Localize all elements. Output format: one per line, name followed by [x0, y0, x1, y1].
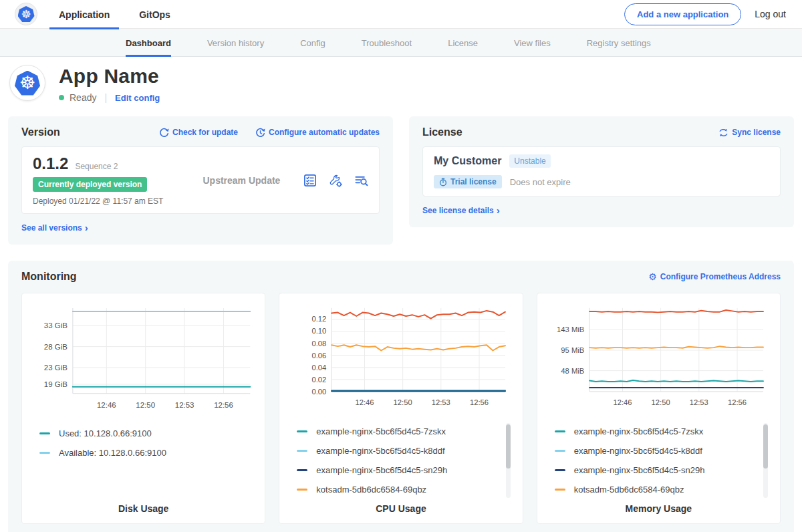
- upstream-update-label: Upstream Update: [180, 175, 303, 186]
- svg-text:48 MiB: 48 MiB: [561, 366, 584, 374]
- app-sub-nav: DashboardVersion historyConfigTroublesho…: [0, 29, 802, 57]
- preflight-checks-icon[interactable]: [303, 173, 317, 188]
- svg-text:12:53: 12:53: [175, 400, 194, 408]
- legend-label: example-nginx-5bc6f5d4c5-k8ddf: [574, 446, 702, 456]
- legend-dash-icon: [297, 430, 307, 432]
- svg-text:12:53: 12:53: [689, 398, 708, 406]
- chevron-right-icon: ›: [85, 223, 88, 233]
- svg-text:0.04: 0.04: [312, 363, 327, 371]
- svg-text:28 GiB: 28 GiB: [44, 342, 68, 350]
- memory-usage-chart: 12:4612:5012:5312:5648 MiB95 MiB143 MiB: [547, 303, 771, 416]
- subnav-tab-config[interactable]: Config: [300, 29, 325, 57]
- sync-license-button[interactable]: Sync license: [718, 128, 781, 137]
- subnav-tab-license[interactable]: License: [448, 29, 478, 57]
- license-card-title: License: [422, 126, 462, 138]
- subnav-tab-dashboard[interactable]: Dashboard: [126, 29, 171, 57]
- svg-text:12:50: 12:50: [651, 398, 670, 406]
- configure-automatic-updates-label: Configure automatic updates: [269, 128, 380, 137]
- subnav-tab-view-files[interactable]: View files: [514, 29, 551, 57]
- legend-item: example-nginx-5bc6f5d4c5-k8ddf: [297, 441, 499, 460]
- legend-item: example-nginx-5bc6f5d4c5-k8ddf: [555, 441, 757, 460]
- page-title: App Name: [59, 65, 160, 88]
- svg-text:12:56: 12:56: [728, 398, 747, 406]
- config-wrench-icon[interactable]: [328, 173, 343, 188]
- chart-title: Memory Usage: [547, 499, 771, 515]
- view-logs-icon[interactable]: [354, 173, 368, 188]
- svg-text:0.02: 0.02: [312, 375, 327, 383]
- svg-text:12:50: 12:50: [136, 400, 155, 408]
- add-application-button[interactable]: Add a new application: [624, 3, 741, 25]
- app-header: ☸ App Name Ready | Edit config: [0, 57, 802, 112]
- legend-dash-icon: [39, 452, 50, 454]
- disk-usage-legend: Used: 10.128.0.66:9100Available: 10.128.…: [31, 424, 255, 462]
- svg-text:0.06: 0.06: [312, 351, 327, 359]
- refresh-icon: [159, 128, 169, 138]
- svg-text:33 GiB: 33 GiB: [44, 321, 68, 329]
- legend-item: Used: 10.128.0.66:9100: [39, 424, 242, 443]
- legend-item: example-nginx-5bc6f5d4c5-sn29h: [297, 460, 499, 480]
- sync-license-label: Sync license: [732, 128, 781, 137]
- legend-label: Used: 10.128.0.66:9100: [59, 428, 152, 438]
- logout-link[interactable]: Log out: [755, 9, 786, 19]
- trial-license-label: Trial license: [450, 177, 497, 186]
- subnav-tab-registry-settings[interactable]: Registry settings: [587, 29, 651, 57]
- check-for-update-label: Check for update: [172, 128, 238, 137]
- version-number: 0.1.2: [33, 154, 68, 173]
- legend-label: example-nginx-5bc6f5d4c5-sn29h: [316, 465, 447, 475]
- memory-usage-legend: example-nginx-5bc6f5d4c5-7zskxexample-ng…: [547, 422, 771, 499]
- configure-automatic-updates-button[interactable]: Configure automatic updates: [255, 128, 380, 138]
- svg-text:12:56: 12:56: [470, 398, 489, 406]
- legend-item: example-nginx-5bc6f5d4c5-sn29h: [555, 460, 757, 480]
- legend-item: kotsadm-5db6dc6584-69qbz: [555, 480, 757, 499]
- legend-item: example-nginx-5bc6f5d4c5-7zskx: [297, 422, 499, 441]
- current-version-box: 0.1.2 Sequence 2 Currently deployed vers…: [21, 146, 380, 214]
- topnav-tab-gitops[interactable]: GitOps: [139, 0, 170, 29]
- legend-dash-icon: [555, 489, 565, 491]
- configure-prometheus-button[interactable]: ⚙ Configure Prometheus Address: [648, 272, 781, 281]
- kubernetes-logo[interactable]: ☸: [15, 3, 37, 25]
- legend-label: kotsadm-5db6dc6584-69qbz: [316, 485, 426, 495]
- svg-text:0.00: 0.00: [312, 387, 327, 395]
- license-details-box: My Customer Unstable Trial license Does …: [422, 146, 781, 196]
- configure-prometheus-label: Configure Prometheus Address: [660, 272, 781, 281]
- legend-dash-icon: [297, 450, 307, 452]
- legend-scrollbar[interactable]: [763, 423, 768, 498]
- svg-text:143 MiB: 143 MiB: [557, 325, 584, 333]
- legend-label: example-nginx-5bc6f5d4c5-sn29h: [574, 465, 705, 475]
- svg-text:12:46: 12:46: [97, 400, 116, 408]
- chart-title: Disk Usage: [31, 499, 255, 515]
- version-card-title: Version: [21, 126, 60, 138]
- legend-scrollbar[interactable]: [506, 423, 511, 498]
- legend-label: example-nginx-5bc6f5d4c5-7zskx: [316, 426, 446, 436]
- legend-scrollbar-thumb[interactable]: [506, 424, 511, 469]
- legend-scrollbar-thumb[interactable]: [763, 424, 768, 469]
- divider: |: [102, 92, 110, 103]
- chevron-right-icon: ›: [497, 205, 500, 215]
- check-for-update-button[interactable]: Check for update: [159, 128, 238, 138]
- cpu-usage-chart-card: 12:4612:5012:5312:560.000.020.040.060.08…: [279, 293, 523, 524]
- app-icon: ☸: [9, 65, 45, 101]
- see-license-details-label: See license details: [422, 206, 494, 215]
- svg-text:12:56: 12:56: [214, 400, 233, 408]
- see-license-details-link[interactable]: See license details ›: [422, 205, 500, 215]
- trial-license-badge: Trial license: [434, 175, 502, 188]
- svg-text:23 GiB: 23 GiB: [44, 363, 68, 371]
- license-card: License Sync license My Customer Unstabl…: [409, 116, 794, 227]
- sequence-label: Sequence 2: [75, 162, 118, 171]
- legend-label: example-nginx-5bc6f5d4c5-k8ddf: [316, 446, 444, 456]
- subnav-tab-version-history[interactable]: Version history: [207, 29, 264, 57]
- legend-item: kotsadm-5db6dc6584-69qbz: [297, 480, 499, 499]
- edit-config-link[interactable]: Edit config: [115, 93, 160, 103]
- subnav-tab-troubleshoot[interactable]: Troubleshoot: [362, 29, 412, 57]
- memory-usage-chart-card: 12:4612:5012:5312:5648 MiB95 MiB143 MiB …: [537, 293, 781, 524]
- currently-deployed-badge: Currently deployed version: [33, 177, 147, 192]
- see-all-versions-link[interactable]: See all versions ›: [21, 223, 88, 233]
- customer-name: My Customer: [434, 155, 501, 167]
- disk-usage-chart-card: 12:4612:5012:5312:5619 GiB23 GiB28 GiB33…: [21, 293, 265, 524]
- legend-item: example-nginx-5bc6f5d4c5-7zskx: [555, 422, 757, 441]
- cpu-usage-chart: 12:4612:5012:5312:560.000.020.040.060.08…: [289, 303, 513, 416]
- topnav-tab-application[interactable]: Application: [59, 0, 110, 29]
- legend-dash-icon: [555, 469, 565, 471]
- svg-text:12:46: 12:46: [613, 398, 632, 406]
- legend-dash-icon: [297, 469, 307, 471]
